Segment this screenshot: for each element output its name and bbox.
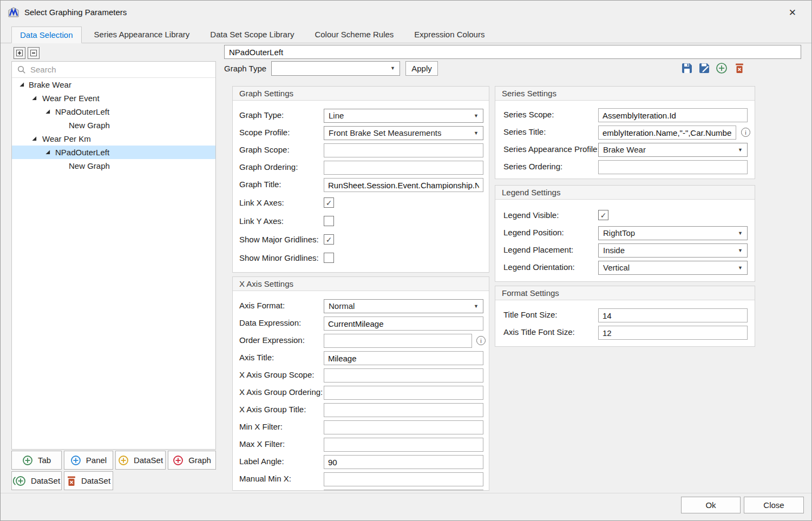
tree-item-label: New Graph bbox=[69, 118, 110, 132]
x-axis-group-scope-input[interactable] bbox=[324, 368, 483, 382]
expander-arrow-icon[interactable] bbox=[19, 82, 24, 87]
legend-placement-select[interactable]: Inside▼ bbox=[598, 243, 748, 258]
legend-orientation-select[interactable]: Vertical▼ bbox=[598, 261, 748, 275]
expander-arrow-icon[interactable] bbox=[32, 136, 37, 141]
button-label: DataSet bbox=[81, 476, 110, 485]
axis-title-font-size-label: Axis Title Font Size: bbox=[503, 327, 575, 337]
chevron-down-icon: ▼ bbox=[390, 65, 395, 71]
format-settings-panel: Format Settings Title Font Size: Axis Ti… bbox=[495, 286, 755, 347]
expander-arrow-icon[interactable] bbox=[32, 96, 37, 101]
clipped-next-input[interactable] bbox=[324, 490, 483, 491]
show-minor-gridlines-checkbox[interactable] bbox=[324, 253, 334, 263]
info-icon[interactable]: i bbox=[476, 336, 486, 345]
tab-strip: Data Selection Series Appearance Library… bbox=[1, 27, 811, 43]
add-circle-icon bbox=[70, 455, 81, 466]
add-dataset-button[interactable]: DataSet bbox=[115, 451, 166, 470]
data-expression-input[interactable] bbox=[324, 316, 483, 331]
delete-icon[interactable] bbox=[734, 62, 745, 74]
x-axis-group-title-input[interactable] bbox=[324, 403, 483, 417]
axis-title-label: Axis Title: bbox=[239, 353, 274, 362]
show-major-gridlines-checkbox[interactable]: ✓ bbox=[324, 234, 334, 245]
duplicate-dataset-button[interactable]: DataSet bbox=[11, 471, 62, 490]
collapse-all-button[interactable] bbox=[28, 47, 40, 59]
trash-icon bbox=[67, 476, 76, 486]
graph-scope-input[interactable] bbox=[324, 143, 483, 157]
graph-title-label: Graph Title: bbox=[239, 180, 281, 189]
graph-ordering-input[interactable] bbox=[324, 161, 483, 175]
axis-format-select[interactable]: Normal▼ bbox=[324, 299, 483, 313]
series-title-input[interactable] bbox=[598, 126, 736, 140]
tree-item-wear-per-event[interactable]: Wear Per Event bbox=[12, 91, 215, 105]
apply-button[interactable]: Apply bbox=[405, 61, 438, 76]
legend-visible-checkbox[interactable]: ✓ bbox=[598, 210, 608, 220]
close-window-button[interactable]: ✕ bbox=[785, 6, 800, 19]
tab-data-selection[interactable]: Data Selection bbox=[11, 27, 82, 43]
delete-dataset-button[interactable]: DataSet bbox=[64, 471, 113, 490]
tree-item-label: NPadOuterLeft bbox=[55, 105, 109, 118]
scope-profile-select[interactable]: Front Brake Set Measurements▼ bbox=[324, 126, 483, 140]
series-ordering-input[interactable] bbox=[598, 160, 748, 174]
graph-type-select[interactable]: Line▼ bbox=[324, 109, 483, 123]
title-font-size-input[interactable] bbox=[598, 308, 748, 322]
order-expression-input[interactable] bbox=[324, 334, 472, 348]
graph-scope-label: Graph Scope: bbox=[239, 145, 290, 154]
tree-item-npadouterleft-event[interactable]: NPadOuterLeft bbox=[12, 105, 215, 118]
close-button[interactable]: Close bbox=[744, 497, 804, 513]
search-input[interactable] bbox=[30, 63, 209, 76]
tree-item-npadouterleft-km-selected[interactable]: NPadOuterLeft bbox=[12, 146, 215, 159]
selected-value: Vertical bbox=[603, 263, 630, 272]
graph-type-header-select[interactable]: ▼ bbox=[271, 61, 400, 76]
link-y-axes-checkbox[interactable] bbox=[324, 216, 334, 226]
tree-item-new-graph-event[interactable]: New Graph bbox=[12, 118, 215, 132]
x-axis-group-ordering-input[interactable] bbox=[324, 386, 483, 400]
graph-title-input[interactable] bbox=[324, 178, 483, 192]
chevron-down-icon: ▼ bbox=[474, 130, 479, 136]
window-title: Select Graphing Parameters bbox=[24, 8, 127, 17]
manual-min-x-label: Manual Min X: bbox=[239, 474, 291, 483]
chevron-down-icon: ▼ bbox=[738, 248, 743, 253]
button-label: Tab bbox=[38, 456, 51, 465]
add-graph-button[interactable]: Graph bbox=[168, 451, 216, 470]
expand-all-button[interactable] bbox=[14, 47, 25, 59]
tree-item-brake-wear[interactable]: Brake Wear bbox=[12, 78, 215, 91]
add-panel-button[interactable]: Panel bbox=[64, 451, 113, 470]
series-appearance-profile-select[interactable]: Brake Wear▼ bbox=[598, 143, 748, 157]
tree-item-wear-per-km[interactable]: Wear Per Km bbox=[12, 132, 215, 146]
series-scope-input[interactable] bbox=[598, 108, 748, 122]
footer-divider bbox=[1, 493, 811, 493]
save-icon[interactable] bbox=[681, 62, 693, 74]
edit-save-icon[interactable] bbox=[698, 62, 710, 74]
tab-series-appearance-library[interactable]: Series Appearance Library bbox=[86, 27, 198, 43]
expander-arrow-icon[interactable] bbox=[45, 109, 50, 114]
label-angle-input[interactable] bbox=[324, 455, 483, 469]
selected-value: Front Brake Set Measurements bbox=[329, 128, 441, 137]
expander-arrow-icon[interactable] bbox=[45, 150, 50, 155]
selected-value: Inside bbox=[603, 246, 625, 255]
ok-button[interactable]: Ok bbox=[681, 497, 741, 513]
add-tab-button[interactable]: Tab bbox=[11, 451, 62, 470]
tree-item-new-graph-km[interactable]: New Graph bbox=[12, 159, 215, 173]
add-circle-icon bbox=[173, 455, 184, 466]
series-settings-panel: Series Settings Series Scope: Series Tit… bbox=[495, 86, 755, 179]
max-x-filter-input[interactable] bbox=[324, 438, 483, 452]
scope-profile-label: Scope Profile: bbox=[239, 128, 290, 137]
legend-placement-label: Legend Placement: bbox=[503, 245, 573, 254]
selected-value: Normal bbox=[329, 301, 355, 311]
legend-position-select[interactable]: RightTop▼ bbox=[598, 226, 748, 240]
add-icon[interactable] bbox=[716, 62, 728, 74]
axis-title-input[interactable] bbox=[324, 351, 483, 365]
tree-item-label: NPadOuterLeft bbox=[55, 146, 109, 159]
tab-colour-scheme-rules[interactable]: Colour Scheme Rules bbox=[306, 27, 402, 43]
tab-expression-colours[interactable]: Expression Colours bbox=[406, 27, 493, 43]
graph-name-input[interactable] bbox=[224, 45, 801, 59]
tab-data-set-scope-library[interactable]: Data Set Scope Library bbox=[202, 27, 302, 43]
link-x-axes-checkbox[interactable]: ✓ bbox=[324, 197, 334, 208]
min-x-filter-input[interactable] bbox=[324, 420, 483, 434]
minus-icon bbox=[30, 50, 37, 56]
manual-min-x-input[interactable] bbox=[324, 472, 483, 486]
axis-title-font-size-input[interactable] bbox=[598, 326, 748, 340]
x-axis-group-title-label: X Axis Group Title: bbox=[239, 405, 306, 414]
chevron-down-icon: ▼ bbox=[738, 230, 743, 236]
search-bar bbox=[12, 62, 215, 78]
info-icon[interactable]: i bbox=[741, 128, 750, 137]
